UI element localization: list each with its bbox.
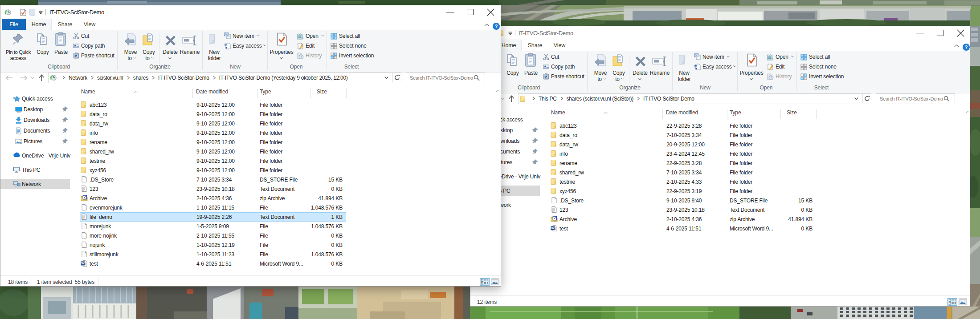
svg-text:W: W <box>551 226 555 230</box>
svg-text:Z: Z <box>554 216 556 220</box>
svg-text:W: W <box>81 261 85 265</box>
svg-text:Z: Z <box>84 195 86 199</box>
